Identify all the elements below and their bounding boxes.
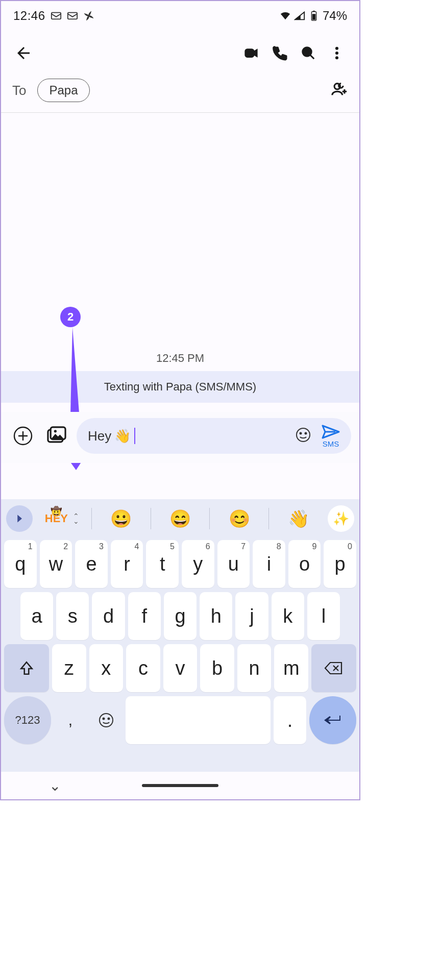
emoji-suggestion-3[interactable]: 😊 [210,508,268,529]
key-i[interactable]: i8 [253,540,285,588]
svg-point-6 [303,47,312,57]
svg-point-16 [297,428,310,442]
key-g[interactable]: g [164,592,197,640]
svg-point-15 [54,430,57,432]
key-b[interactable]: b [200,644,234,692]
compose-bar: Hey 👋 SMS [1,412,359,463]
svg-point-7 [335,47,338,50]
enter-key[interactable] [309,696,356,744]
emoji-suggestion-1[interactable]: 😀 [92,508,151,529]
key-k[interactable]: k [272,592,304,640]
recipient-row: To Papa [1,76,359,112]
back-button[interactable] [9,39,38,67]
space-key[interactable] [126,696,271,744]
key-x[interactable]: x [89,644,124,692]
recipient-chip[interactable]: Papa [37,79,89,102]
nav-bar: ⌄ [1,772,359,799]
send-label: SMS [323,439,339,448]
key-f[interactable]: f [128,592,161,640]
compose-input[interactable]: Hey 👋 SMS [77,418,351,454]
outlook-icon-2 [67,10,78,21]
shift-key[interactable] [4,644,49,692]
svg-rect-5 [246,50,254,57]
signal-icon [294,10,305,21]
key-a[interactable]: a [20,592,53,640]
svg-point-20 [103,718,105,720]
send-button[interactable]: SMS [315,424,346,448]
key-o[interactable]: o9 [288,540,321,588]
phone-call-button[interactable] [265,39,294,67]
keyboard-row-3: zxcvbnm [1,642,359,694]
keyboard: 🤠HEY ⌃⌄ 😀 😄 😊 👋 ✨ q1w2e3r4t5y6u7i8o9p0 a… [1,499,359,772]
keyboard-row-4: ?123 , . [1,694,359,749]
svg-rect-0 [51,13,60,19]
wifi-icon [280,10,291,21]
key-l[interactable]: l [307,592,340,640]
expand-suggestions-button[interactable] [6,505,33,532]
home-indicator[interactable] [142,784,218,787]
video-call-button[interactable] [237,39,265,67]
key-h[interactable]: h [200,592,232,640]
attach-button[interactable] [9,422,37,450]
nav-chevron-icon[interactable]: ⌄ [49,777,61,794]
key-w[interactable]: w2 [40,540,72,588]
key-q[interactable]: q1 [4,540,37,588]
key-p[interactable]: p0 [324,540,356,588]
key-v[interactable]: v [163,644,198,692]
key-z[interactable]: z [52,644,86,692]
more-menu-button[interactable] [323,39,351,67]
suggestion-row: 🤠HEY ⌃⌄ 😀 😄 😊 👋 ✨ [1,499,359,538]
svg-rect-1 [67,13,77,19]
key-j[interactable]: j [235,592,268,640]
svg-point-9 [335,56,338,59]
emoji-button[interactable] [295,427,311,445]
key-y[interactable]: y6 [182,540,214,588]
pinwheel-icon [83,10,94,21]
key-n[interactable]: n [237,644,272,692]
svg-point-8 [335,52,338,55]
sticker-suggestion[interactable]: 🤠HEY ⌃⌄ [33,512,91,525]
key-r[interactable]: r4 [111,540,143,588]
svg-point-21 [108,718,110,720]
svg-point-19 [100,714,113,727]
key-u[interactable]: u7 [217,540,250,588]
svg-point-18 [305,433,307,434]
battery-percent: 74% [323,9,347,23]
app-header [1,31,359,76]
gallery-button[interactable] [43,422,70,450]
svg-point-17 [300,433,302,434]
key-s[interactable]: s [56,592,89,640]
keyboard-row-1: q1w2e3r4t5y6u7i8o9p0 [1,538,359,590]
conversation-area: 12:45 PM Texting with Papa (SMS/MMS) 2 1… [1,113,359,499]
key-d[interactable]: d [92,592,125,640]
emoji-suggestion-2[interactable]: 😄 [151,508,210,529]
key-c[interactable]: c [126,644,160,692]
status-time: 12:46 [13,9,45,23]
wave-emoji-icon: 👋 [114,428,131,444]
search-button[interactable] [294,39,323,67]
keyboard-emoji-key[interactable] [90,696,122,744]
chevron-updown-icon: ⌃⌄ [73,513,79,524]
svg-rect-3 [313,11,315,12]
battery-icon [308,10,320,21]
period-key[interactable]: . [274,696,306,744]
key-t[interactable]: t5 [146,540,179,588]
keyboard-row-2: asdfghjkl [1,590,359,642]
key-e[interactable]: e3 [75,540,108,588]
compose-text: Hey 👋 [88,428,135,444]
status-bar: 12:46 74% [1,1,359,31]
emoji-suggestion-4[interactable]: 👋 [269,508,328,529]
svg-rect-4 [312,14,315,19]
add-person-button[interactable] [331,81,348,100]
to-label: To [12,83,26,99]
key-m[interactable]: m [274,644,308,692]
outlook-icon [51,10,62,21]
comma-key[interactable]: , [54,696,87,744]
message-timestamp: 12:45 PM [1,352,359,365]
annotation-step-2: 2 [60,307,81,327]
info-banner: Texting with Papa (SMS/MMS) [1,371,359,403]
symbols-key[interactable]: ?123 [4,696,51,744]
magic-compose-button[interactable]: ✨ [328,505,354,532]
backspace-key[interactable] [311,644,356,692]
